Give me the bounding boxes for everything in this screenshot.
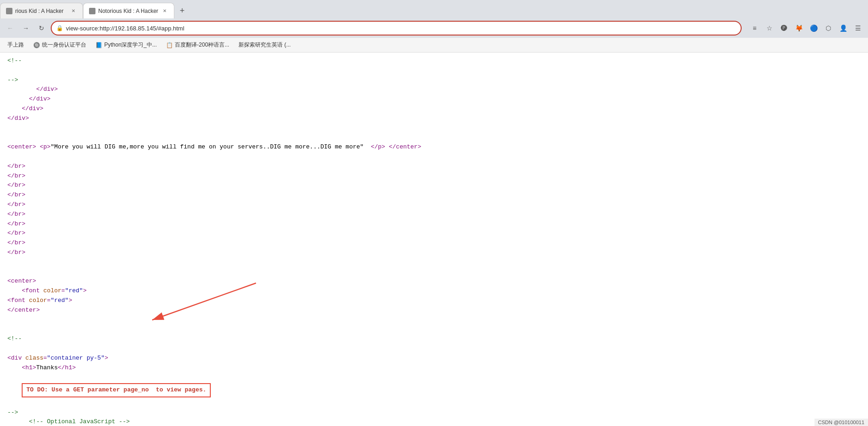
pocket-button[interactable]: 🅟 xyxy=(778,22,791,35)
toolbar-icons: ≡ ☆ 🅟 🦊 🔵 ⬡ 👤 ☰ xyxy=(748,22,864,35)
line-blank-8 xyxy=(7,325,861,334)
line-div-container: <div class="container py-5"> xyxy=(7,354,861,363)
line-div-close-3: </div> xyxy=(7,104,861,114)
reader-mode-button[interactable]: ≡ xyxy=(748,22,761,35)
extension-2-button[interactable]: 🔵 xyxy=(807,22,820,35)
bookmark-python[interactable]: 📘 Python深度学习_中... xyxy=(92,40,161,50)
bookmark-xintan[interactable]: 新探索研究生英语 (... xyxy=(235,40,294,50)
line-br-4: </br> xyxy=(7,190,861,200)
line-font-red-2: <font color="red"> xyxy=(7,296,861,306)
line-blank-7 xyxy=(7,315,861,325)
line-br-3: </br> xyxy=(7,181,861,190)
line-br-2: </br> xyxy=(7,172,861,181)
line-blank-5 xyxy=(7,258,861,267)
line-optional-js: <!-- Optional JavaScript --> xyxy=(7,417,861,426)
line-center-open: <center> xyxy=(7,277,861,286)
bookmark-star-button[interactable]: ☆ xyxy=(763,22,776,35)
bookmark-baidu-translate-label: 百度翻译-200种语言... xyxy=(175,41,229,49)
bookmark-shouluapp-label: 手上路 xyxy=(7,41,24,49)
line-br-7: </br> xyxy=(7,219,861,229)
line-br-1: </br> xyxy=(7,162,861,172)
line-br-6: </br> xyxy=(7,210,861,219)
extension-1-button[interactable]: 🦊 xyxy=(792,22,805,35)
extension-3-button[interactable]: ⬡ xyxy=(822,22,835,35)
address-bar-row: ← → ↻ 🔒 ≡ ☆ 🅟 🦊 🔵 ⬡ 👤 ☰ xyxy=(0,18,868,38)
tab-1[interactable]: rious Kid : A Hacker ✕ xyxy=(0,3,83,18)
bookmark-shouluapp[interactable]: 手上路 xyxy=(4,40,28,50)
address-input[interactable] xyxy=(66,25,736,32)
line-blank-9 xyxy=(7,344,861,354)
bookmark-baidu-translate[interactable]: 📋 百度翻译-200种语言... xyxy=(162,40,233,50)
line-br-9: </br> xyxy=(7,238,861,248)
browser-chrome: rious Kid : A Hacker ✕ Notorious Kid : A… xyxy=(0,0,868,53)
line-br-8: </br> xyxy=(7,229,861,238)
tab-bar: rious Kid : A Hacker ✕ Notorious Kid : A… xyxy=(0,0,868,18)
line-todo: TO DO: Use a GET parameter page_no to vi… xyxy=(7,373,861,407)
line-div-close-1: </div> xyxy=(7,85,861,95)
line-div-close-2: </div> xyxy=(7,95,861,104)
line-blank-1 xyxy=(7,66,861,76)
tab-1-favicon xyxy=(6,8,12,14)
reload-button[interactable]: ↻ xyxy=(35,22,48,35)
status-bar: CSDN @010100011 xyxy=(814,419,868,426)
new-tab-button[interactable]: + xyxy=(174,3,190,18)
bookmark-identity-icon: 🔘 xyxy=(33,42,40,48)
tab-2[interactable]: Notorious Kid : A Hacker ✕ xyxy=(83,3,174,18)
line-comment-open-2: <!-- xyxy=(7,334,861,344)
line-font-red-1: <font color="red"> xyxy=(7,286,861,296)
tab-2-favicon xyxy=(89,8,95,14)
lock-icon: 🔒 xyxy=(56,25,63,31)
line-br-10: </br> xyxy=(7,248,861,258)
tab-1-close[interactable]: ✕ xyxy=(70,7,77,15)
line-br-5: </br> xyxy=(7,200,861,210)
line-blank-3 xyxy=(7,133,861,142)
tab-2-close[interactable]: ✕ xyxy=(161,7,168,15)
tab-2-label: Notorious Kid : A Hacker xyxy=(98,8,158,14)
bookmark-identity[interactable]: 🔘 统一身份认证平台 xyxy=(30,40,90,50)
line-comment-open: <!-- xyxy=(7,56,861,66)
line-center-close: </center> xyxy=(7,306,861,315)
address-bar[interactable]: 🔒 xyxy=(51,21,742,36)
bookmarks-bar: 手上路 🔘 统一身份认证平台 📘 Python深度学习_中... 📋 百度翻译-… xyxy=(0,38,868,53)
line-center-p: <center> <p>"More you will DIG me,more y… xyxy=(7,142,861,152)
bookmark-baidu-translate-icon: 📋 xyxy=(166,42,173,48)
tab-1-label: rious Kid : A Hacker xyxy=(15,8,67,14)
bookmark-python-label: Python深度学习_中... xyxy=(104,41,157,49)
bookmark-xintan-label: 新探索研究生英语 (... xyxy=(238,41,291,49)
menu-button[interactable]: ☰ xyxy=(851,22,864,35)
line-comment-close-2: --> xyxy=(7,408,861,418)
back-button[interactable]: ← xyxy=(4,22,17,35)
status-bar-label: CSDN @010100011 xyxy=(818,420,864,425)
source-view: <!-- --> </div> </div> </div> </div> <ce… xyxy=(0,53,868,426)
line-blank-4 xyxy=(7,152,861,162)
forward-button[interactable]: → xyxy=(19,22,32,35)
line-div-close-4: </div> xyxy=(7,114,861,124)
line-blank-6 xyxy=(7,267,861,277)
bookmark-identity-label: 统一身份认证平台 xyxy=(42,41,86,49)
todo-box: TO DO: Use a GET parameter page_no to vi… xyxy=(22,383,211,397)
line-comment-close-1: --> xyxy=(7,76,861,85)
bookmark-python-icon: 📘 xyxy=(95,42,102,48)
line-blank-2 xyxy=(7,124,861,133)
sync-button[interactable]: 👤 xyxy=(837,22,850,35)
line-h1-thanks: <h1>Thanks</h1> xyxy=(7,363,861,373)
